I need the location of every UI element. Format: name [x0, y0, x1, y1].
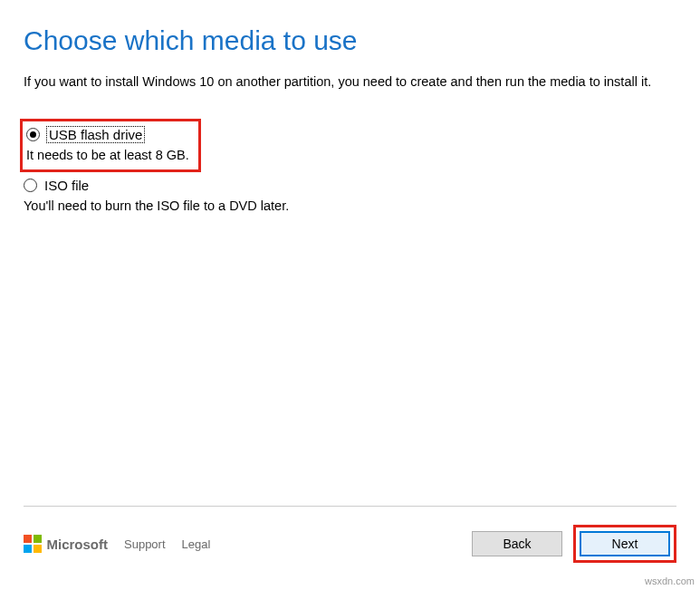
- watermark: wsxdn.com: [645, 575, 695, 586]
- page-subtitle: If you want to install Windows 10 on ano…: [24, 73, 676, 92]
- option-desc-usb: It needs to be at least 8 GB.: [26, 148, 189, 162]
- next-button[interactable]: Next: [580, 531, 670, 556]
- back-button[interactable]: Back: [472, 531, 562, 556]
- microsoft-logo-icon: [24, 535, 42, 553]
- microsoft-logo: Microsoft: [24, 535, 108, 553]
- option-label-iso: ISO file: [44, 178, 89, 193]
- radio-icon: [26, 128, 40, 141]
- highlighted-option-box: USB flash drive It needs to be at least …: [20, 119, 201, 172]
- support-link[interactable]: Support: [124, 537, 166, 551]
- radio-option-iso[interactable]: ISO file: [24, 178, 676, 193]
- page-title: Choose which media to use: [24, 25, 676, 56]
- footer: Microsoft Support Legal Back Next: [24, 506, 676, 563]
- radio-icon: [24, 179, 37, 192]
- highlighted-next-box: Next: [573, 525, 676, 563]
- microsoft-logo-text: Microsoft: [47, 537, 109, 552]
- radio-option-usb[interactable]: USB flash drive: [26, 127, 189, 142]
- option-desc-iso: You'll need to burn the ISO file to a DV…: [24, 198, 676, 213]
- option-label-usb: USB flash drive: [47, 127, 144, 142]
- legal-link[interactable]: Legal: [182, 537, 211, 551]
